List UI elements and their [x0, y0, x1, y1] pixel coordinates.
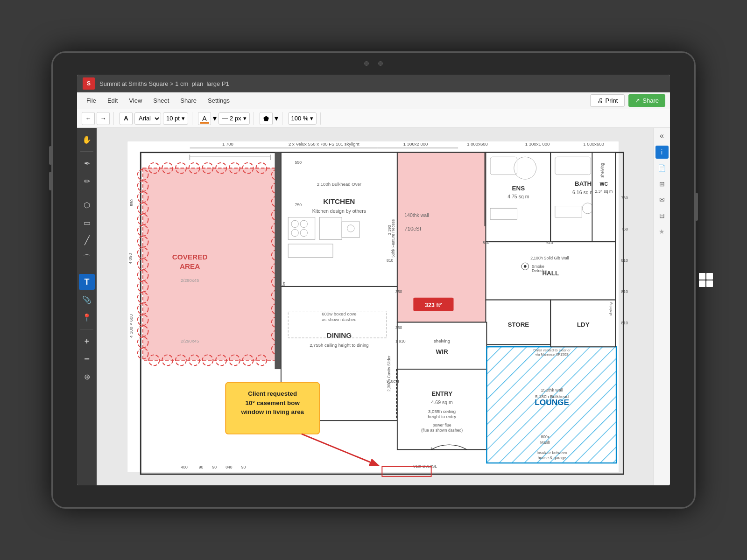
pen-tool[interactable]: ✒ [79, 155, 95, 171]
volume-up-button[interactable] [49, 146, 52, 165]
svg-text:as shown dashed: as shown dashed [322, 317, 356, 322]
svg-text:910FD350SL: 910FD350SL [413, 464, 437, 469]
rectangle-tool[interactable]: ▭ [79, 215, 95, 231]
svg-text:323 ft²: 323 ft² [425, 302, 442, 308]
grid-sidebar-icon[interactable]: ⊞ [655, 177, 669, 190]
tool-separator-2 [80, 193, 93, 193]
svg-text:1 300x2 000: 1 300x2 000 [403, 141, 428, 147]
camera-dot-2 [378, 61, 383, 66]
tool-separator-3 [80, 270, 93, 270]
drawing-toolbar: ← → A Arial 10 pt ▾ A ▾ [77, 109, 670, 128]
svg-text:1 000x600: 1 000x600 [467, 141, 488, 147]
info-sidebar-icon[interactable]: i [655, 146, 669, 159]
svg-text:power flue: power flue [433, 423, 451, 427]
menu-share[interactable]: Share [176, 95, 201, 106]
svg-text:AREA: AREA [180, 262, 200, 270]
menubar: File Edit View Sheet Share Settings 🖨 Pr… [77, 92, 670, 109]
font-style-button[interactable]: A [120, 112, 133, 125]
svg-text:Client requested: Client requested [248, 391, 297, 398]
svg-text:810: 810 [621, 321, 628, 325]
svg-text:040: 040 [226, 465, 233, 469]
svg-text:5,180h Bulkhead: 5,180h Bulkhead [535, 394, 569, 399]
redo-button[interactable]: → [97, 112, 110, 125]
menu-file[interactable]: File [82, 95, 101, 106]
print-icon: 🖨 [597, 97, 603, 104]
menu-settings[interactable]: Settings [203, 95, 234, 106]
svg-text:house & garage: house & garage [538, 455, 566, 460]
svg-text:Kitchen design by others: Kitchen design by others [312, 208, 366, 214]
camera-dot-1 [364, 61, 369, 66]
svg-text:Dryer vented to exterior: Dryer vented to exterior [533, 348, 571, 352]
font-family-select[interactable]: Arial [134, 112, 161, 125]
line-tool[interactable]: ╱ [79, 232, 95, 248]
power-button[interactable] [695, 193, 698, 221]
svg-text:150thk wall: 150thk wall [541, 387, 563, 392]
canvas-area[interactable]: 1 700 2 x Velux 550 x 700 FS 101 skyligh… [97, 128, 653, 485]
svg-text:800x: 800x [541, 434, 550, 439]
svg-rect-68 [275, 153, 281, 369]
svg-text:2 x Velux 550 x 700 FS 101 sky: 2 x Velux 550 x 700 FS 101 skylight [289, 141, 359, 147]
tablet-camera [364, 61, 383, 66]
lasso-tool[interactable]: ⬡ [79, 197, 95, 213]
svg-text:shelving: shelving [600, 163, 605, 178]
menu-view[interactable]: View [124, 95, 147, 106]
svg-text:height to entry: height to entry [428, 414, 456, 419]
svg-rect-69 [281, 153, 397, 287]
fill-color-button[interactable]: ⬟ [260, 112, 273, 125]
document-sidebar-icon[interactable]: 📄 [655, 161, 669, 175]
svg-text:Smoke: Smoke [532, 264, 544, 269]
svg-text:400: 400 [181, 465, 188, 469]
tool-separator-4 [80, 329, 93, 329]
collapse-sidebar-button[interactable]: « [660, 132, 664, 140]
stroke-color-button[interactable]: A [198, 112, 211, 125]
svg-text:760: 760 [621, 196, 628, 200]
svg-text:2.34 sq m: 2.34 sq m [595, 189, 613, 194]
undo-button[interactable]: ← [82, 112, 95, 125]
curve-tool[interactable]: ⌒ [79, 250, 95, 266]
attach-tool[interactable]: 📎 [79, 292, 95, 308]
table-sidebar-icon[interactable]: ⊟ [655, 209, 669, 222]
volume-down-button[interactable] [49, 172, 52, 190]
tablet-power-button[interactable] [695, 193, 698, 221]
svg-text:910cSI: 910cSI [387, 379, 399, 384]
location-tool[interactable]: 📍 [79, 309, 95, 325]
menu-edit[interactable]: Edit [103, 95, 122, 106]
svg-text:760: 760 [621, 227, 628, 231]
pencil-tool[interactable]: ✏ [79, 173, 95, 189]
svg-text:shelving: shelving [434, 338, 450, 343]
svg-text:4.69 sq m: 4.69 sq m [431, 399, 453, 405]
hand-tool[interactable]: ✋ [79, 132, 95, 147]
tablet-frame: S Summit at Smiths Square > 1 cm_plan_la… [51, 51, 696, 509]
main-content: ✋ ✒ ✏ ⬡ ▭ ╱ ⌒ T 📎 📍 + − ⊕ [77, 128, 670, 485]
zoom-dropdown[interactable]: 100 % ▾ [288, 112, 317, 125]
svg-text:window in living area: window in living area [240, 408, 304, 415]
svg-text:550: 550 [295, 160, 302, 165]
stroke-width-dropdown[interactable]: — 2 px ▾ [218, 112, 250, 125]
mail-sidebar-icon[interactable]: ✉ [655, 193, 669, 206]
svg-text:2,300h Cavity Slider: 2,300h Cavity Slider [387, 356, 391, 392]
svg-text:350: 350 [395, 289, 402, 294]
share-label: Share [642, 97, 659, 104]
svg-text:BATH: BATH [575, 180, 592, 187]
svg-text:140thk wall: 140thk wall [404, 213, 429, 218]
svg-rect-90 [397, 153, 487, 322]
svg-point-122 [524, 265, 527, 268]
svg-text:1 910: 1 910 [395, 339, 406, 343]
svg-text:Insulate between: Insulate between [537, 450, 567, 455]
svg-text:shelving: shelving [608, 302, 613, 315]
print-button[interactable]: 🖨 Print [590, 94, 625, 107]
text-tool[interactable]: T [79, 274, 95, 290]
star-sidebar-icon[interactable]: ★ [655, 225, 669, 238]
share-button[interactable]: ↗ Share [628, 94, 665, 107]
font-size-dropdown[interactable]: 10 pt ▾ [163, 112, 188, 125]
fit-tool[interactable]: ⊕ [79, 369, 95, 385]
svg-text:LDY: LDY [577, 321, 590, 328]
svg-text:Detector: Detector [532, 268, 547, 273]
zoom-in-tool[interactable]: + [79, 333, 95, 349]
svg-text:2,755h ceiling height to dinin: 2,755h ceiling height to dining [310, 343, 369, 348]
menu-items: File Edit View Sheet Share Settings [82, 95, 590, 106]
svg-text:90: 90 [199, 465, 204, 469]
zoom-out-tool[interactable]: − [79, 351, 95, 367]
fill-group: ⬟ ▾ [260, 112, 282, 125]
menu-sheet[interactable]: Sheet [148, 95, 174, 106]
